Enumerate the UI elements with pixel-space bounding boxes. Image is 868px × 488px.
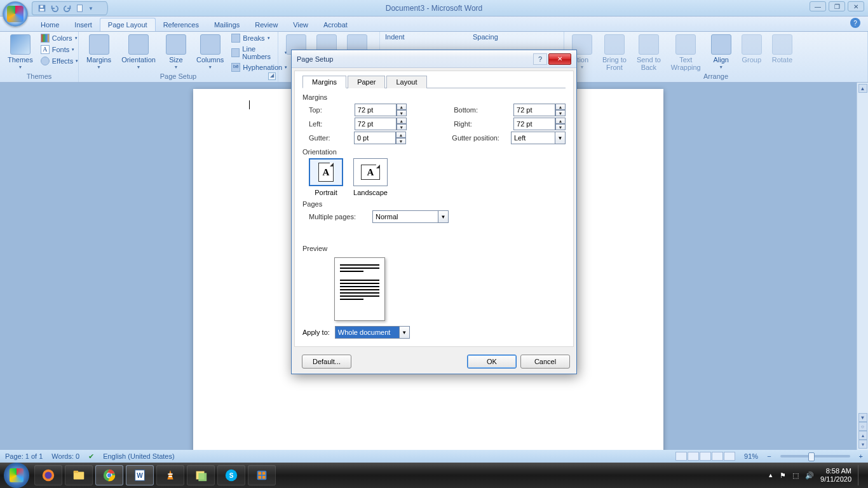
top-input[interactable] xyxy=(355,104,397,116)
landscape-option[interactable]: A xyxy=(353,158,388,186)
portrait-label: Portrait xyxy=(315,189,337,196)
top-label: Top: xyxy=(309,106,355,114)
gutter-input[interactable] xyxy=(354,132,396,144)
multiple-pages-select[interactable] xyxy=(372,210,438,223)
section-orientation-label: Orientation xyxy=(302,148,566,156)
section-pages-label: Pages xyxy=(302,200,566,208)
spin-down-icon[interactable]: ▼ xyxy=(555,110,566,116)
dropdown-icon[interactable]: ▼ xyxy=(400,326,410,339)
spin-up-icon[interactable]: ▲ xyxy=(555,104,566,110)
gutter-position-label: Gutter position: xyxy=(452,134,511,142)
default-button[interactable]: Default... xyxy=(302,355,351,369)
left-label: Left: xyxy=(309,120,355,128)
dropdown-icon[interactable]: ▼ xyxy=(555,132,566,144)
right-input[interactable] xyxy=(513,118,555,130)
right-label: Right: xyxy=(454,120,513,128)
preview-thumbnail xyxy=(334,257,385,321)
dialog-tab-paper[interactable]: Paper xyxy=(348,76,385,88)
dialog-titlebar[interactable]: Page Setup ? ✕ xyxy=(292,50,576,68)
dialog-tab-layout[interactable]: Layout xyxy=(386,76,426,88)
page-setup-dialog: Page Setup ? ✕ Margins Paper Layout Marg… xyxy=(291,50,577,374)
dialog-tab-margins[interactable]: Margins xyxy=(302,76,346,88)
left-input[interactable] xyxy=(355,118,397,130)
dialog-tabs: Margins Paper Layout xyxy=(302,75,566,88)
portrait-option[interactable]: A xyxy=(309,158,343,186)
cancel-button[interactable]: Cancel xyxy=(520,355,570,369)
gutter-label: Gutter: xyxy=(309,134,354,142)
apply-to-select[interactable] xyxy=(335,326,400,339)
multiple-pages-label: Multiple pages: xyxy=(309,213,372,220)
dialog-close-button[interactable]: ✕ xyxy=(548,53,571,65)
section-margins-label: Margins xyxy=(302,93,566,101)
bottom-label: Bottom: xyxy=(454,106,513,114)
bottom-input[interactable] xyxy=(513,104,555,116)
dialog-title: Page Setup xyxy=(297,55,334,63)
section-preview-label: Preview xyxy=(302,245,566,252)
landscape-label: Landscape xyxy=(353,189,388,196)
dropdown-icon[interactable]: ▼ xyxy=(438,210,449,223)
ok-button[interactable]: OK xyxy=(467,355,517,369)
modal-overlay: Page Setup ? ✕ Margins Paper Layout Marg… xyxy=(0,0,868,488)
dialog-help-button[interactable]: ? xyxy=(533,53,547,65)
spin-down-icon[interactable]: ▼ xyxy=(397,110,407,116)
spin-up-icon[interactable]: ▲ xyxy=(397,104,407,110)
apply-to-label: Apply to: xyxy=(302,329,330,336)
gutter-position-select[interactable] xyxy=(511,132,555,144)
